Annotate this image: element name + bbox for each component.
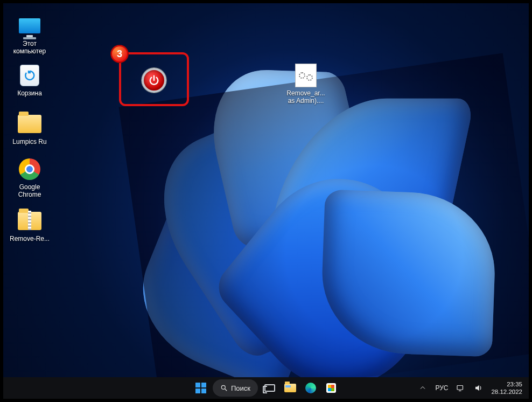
desktop-icon-chrome[interactable]: Google Chrome	[9, 157, 51, 198]
tray-volume-button[interactable]	[473, 379, 485, 397]
tray-overflow-button[interactable]	[417, 379, 429, 397]
windows-logo-icon	[195, 383, 206, 393]
taskbar-app-store[interactable]	[323, 379, 340, 397]
icon-label: Lumpics Ru	[9, 138, 51, 145]
reg-file-icon	[295, 64, 317, 87]
icon-label: Chrome	[9, 191, 51, 198]
taskbar[interactable]: Поиск РУС	[3, 377, 529, 399]
icon-label: Google	[9, 183, 51, 191]
monitor-icon	[19, 18, 40, 33]
desktop-icon-recycle-bin[interactable]: Корзина	[9, 64, 51, 97]
search-icon	[220, 384, 228, 392]
icon-label: Remove-Re...	[9, 235, 51, 242]
taskbar-app-edge[interactable]	[302, 379, 319, 397]
icon-label: as Admin)....	[285, 97, 327, 105]
annotation-highlight-box	[119, 52, 189, 106]
recycle-bin-icon	[20, 65, 39, 86]
taskbar-center-group: Поиск	[192, 379, 340, 397]
svg-rect-2	[457, 386, 463, 390]
taskbar-search[interactable]: Поиск	[213, 379, 258, 397]
tray-network-button[interactable]	[454, 379, 466, 397]
chrome-icon	[19, 158, 40, 180]
tray-time: 23:35	[491, 380, 522, 388]
taskbar-app-explorer[interactable]	[282, 379, 299, 397]
svg-line-1	[225, 389, 227, 391]
task-view-icon	[264, 384, 275, 392]
system-tray: РУС 23:35 28.12.2022	[417, 379, 529, 397]
desktop-icon-lumpics-folder[interactable]: Lumpics Ru	[9, 112, 51, 145]
speaker-icon	[474, 383, 484, 393]
icon-label: Корзина	[9, 89, 51, 97]
network-icon	[456, 383, 465, 393]
search-label: Поиск	[231, 384, 250, 392]
desktop-icon-remove-re-zip[interactable]: Remove-Re...	[9, 209, 51, 242]
folder-icon	[18, 115, 41, 133]
svg-point-0	[221, 385, 225, 389]
desktop-wallpaper[interactable]: Этот компьютер Корзина Lumpics Ru Google…	[3, 3, 529, 377]
file-explorer-icon	[284, 384, 296, 392]
tray-date: 28.12.2022	[491, 388, 522, 396]
annotation-step-badge: 3	[111, 45, 128, 63]
ms-store-icon	[326, 383, 336, 393]
icon-label: компьютер	[9, 47, 51, 55]
desktop-icon-reg-file[interactable]: Remove_ar... as Admin)....	[285, 64, 327, 105]
desktop-icon-this-pc[interactable]: Этот компьютер	[9, 14, 51, 55]
zip-folder-icon	[18, 212, 41, 230]
task-view-button[interactable]	[261, 379, 278, 397]
icon-label: Remove_ar...	[285, 89, 327, 97]
chevron-up-icon	[419, 385, 426, 391]
edge-icon	[305, 383, 316, 393]
tray-clock[interactable]: 23:35 28.12.2022	[491, 380, 522, 396]
start-button[interactable]	[192, 379, 209, 397]
tray-language[interactable]: РУС	[435, 384, 448, 392]
icon-label: Этот	[9, 40, 51, 47]
